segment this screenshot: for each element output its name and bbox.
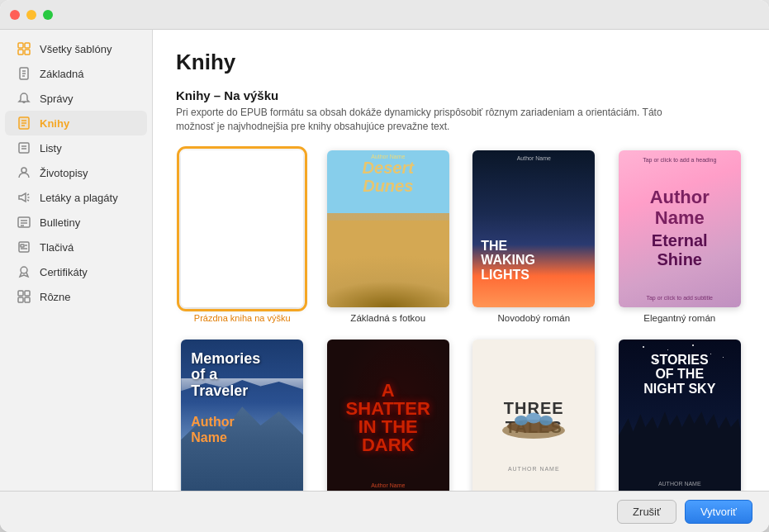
svg-rect-12 xyxy=(19,143,29,153)
sidebar-item-zivotopisy[interactable]: Životopisy xyxy=(5,160,147,185)
template-label-waking: Novodobý román xyxy=(497,313,570,323)
titlebar xyxy=(0,0,769,30)
sidebar-label-certifikaty: Certifikáty xyxy=(40,266,88,278)
doc-icon xyxy=(17,66,31,81)
cover-memoir: Memoriesof aTraveler AuthorName xyxy=(181,340,303,491)
eternal-sub-text: Tap or click to add a heading xyxy=(638,157,721,163)
svg-point-36 xyxy=(539,416,553,425)
sidebar-item-bulletiny[interactable]: Bulletiny xyxy=(5,210,147,235)
sidebar-label-tlaciva: Tlačivá xyxy=(40,241,74,254)
bell-icon xyxy=(17,91,31,106)
sidebar-item-letaky[interactable]: Letáky a plagáty xyxy=(5,185,147,210)
eternal-author-text: AuthorName xyxy=(650,188,710,227)
list-icon xyxy=(17,140,31,155)
svg-rect-24 xyxy=(21,245,24,247)
template-label-blank: Prázdna kniha na výšku xyxy=(194,313,291,323)
desert-title-text: DesertDunes xyxy=(327,159,449,195)
sidebar-label-rozne: Rôzne xyxy=(40,291,71,303)
svg-point-35 xyxy=(526,412,541,423)
sidebar-label-zivotopisy: Životopisy xyxy=(40,167,88,179)
memoir-author-text: AuthorName xyxy=(191,414,234,445)
maximize-button[interactable] xyxy=(43,10,53,20)
svg-rect-2 xyxy=(18,50,23,55)
page-title: Knihy xyxy=(176,50,746,75)
cover-waking-lights: Author Name THEWAKINGLIGHTS xyxy=(472,150,595,307)
close-button[interactable] xyxy=(10,10,20,20)
three-author-text: AUTHOR NAME xyxy=(508,466,560,472)
section-title: Knihy – Na výšku xyxy=(176,88,746,102)
template-memoir[interactable]: Memoriesof aTraveler AuthorName Autobiog… xyxy=(176,340,309,491)
shatter-title-text: ASHATTERIN THEDARK xyxy=(346,382,430,454)
template-shatter[interactable]: ASHATTERIN THEDARK Author Name Multižánr… xyxy=(322,340,455,491)
template-eternal[interactable]: Tap or click to add a heading AuthorName… xyxy=(614,150,747,323)
svg-rect-0 xyxy=(18,43,23,48)
sidebar: Všetky šablóny Základná xyxy=(0,30,153,491)
sidebar-label-letaky: Letáky a plagáty xyxy=(40,192,118,204)
sidebar-item-spravy[interactable]: Správy xyxy=(5,86,147,111)
template-label-desert: Základná s fotkou xyxy=(350,313,425,323)
template-label-eternal: Elegantný román xyxy=(643,313,715,323)
templates-grid: Prázdna kniha na výšku Author Name Deser… xyxy=(176,150,746,491)
sidebar-item-certifikaty[interactable]: Certifikáty xyxy=(5,259,147,284)
svg-point-15 xyxy=(21,168,26,173)
app-window: Všetky šablóny Základná xyxy=(0,0,769,532)
template-waking[interactable]: Author Name THEWAKINGLIGHTS Novodobý rom… xyxy=(468,150,600,323)
sidebar-label-vsetky: Všetky šablóny xyxy=(40,43,112,55)
cover-shatter-dark: ASHATTERIN THEDARK Author Name xyxy=(327,340,449,491)
stories-title-text: STORIESOF THENIGHT SKY xyxy=(619,353,741,397)
svg-point-27 xyxy=(21,267,27,273)
cover-desert-dunes: Author Name DesertDunes xyxy=(327,150,449,307)
sidebar-item-rozne[interactable]: Rôzne xyxy=(5,284,147,309)
megaphone-icon xyxy=(17,190,31,205)
sidebar-item-vsetky[interactable]: Všetky šablóny xyxy=(5,36,147,61)
svg-line-18 xyxy=(27,200,29,201)
newsletter-icon xyxy=(17,215,31,230)
shatter-author-text: Author Name xyxy=(327,482,449,488)
waking-title-text: THEWAKINGLIGHTS xyxy=(481,239,535,283)
grid-icon xyxy=(17,41,31,56)
template-stories[interactable]: STORIESOF THENIGHT SKY AUTHOR NAME Moder… xyxy=(614,340,747,491)
cover-blank xyxy=(181,150,303,307)
eternal-bottom-text: Tap or click to add subtitle xyxy=(646,295,713,301)
form-icon xyxy=(17,240,31,254)
svg-rect-31 xyxy=(25,297,30,302)
template-desert[interactable]: Author Name DesertDunes Základná s fotko… xyxy=(322,150,455,323)
book-icon xyxy=(17,116,31,131)
waking-author-text: Author Name xyxy=(472,155,595,161)
svg-line-16 xyxy=(27,194,29,195)
cover-stories-night: STORIESOF THENIGHT SKY AUTHOR NAME xyxy=(619,340,741,491)
sidebar-label-zakladna: Základná xyxy=(40,68,83,80)
sidebar-item-zakladna[interactable]: Základná xyxy=(5,61,147,86)
cancel-button[interactable]: Zrušiť xyxy=(617,500,676,524)
sidebar-item-listy[interactable]: Listy xyxy=(5,135,147,160)
svg-rect-3 xyxy=(25,50,30,55)
minimize-button[interactable] xyxy=(26,10,36,20)
sidebar-label-listy: Listy xyxy=(40,142,62,154)
template-blank[interactable]: Prázdna kniha na výšku xyxy=(176,150,309,323)
grid2-icon xyxy=(17,289,31,304)
cover-eternal-shine: Tap or click to add a heading AuthorName… xyxy=(619,150,741,307)
sidebar-item-tlaciva[interactable]: Tlačivá xyxy=(5,235,147,259)
main-layout: Všetky šablóny Základná xyxy=(0,30,769,491)
svg-rect-30 xyxy=(18,297,23,302)
svg-rect-28 xyxy=(18,291,23,296)
eternal-title-text: EternalShine xyxy=(652,231,708,269)
sidebar-label-knihy: Knihy xyxy=(40,117,69,130)
cover-three-tales: THREE TALES AUTHOR NAME xyxy=(472,340,595,491)
ribbon-icon xyxy=(17,264,31,279)
memoir-title-text: Memoriesof aTraveler xyxy=(191,351,260,400)
svg-rect-29 xyxy=(25,291,30,296)
create-button[interactable]: Vytvoriť xyxy=(685,500,752,524)
footer: Zrušiť Vytvoriť xyxy=(0,491,769,532)
sidebar-label-spravy: Správy xyxy=(40,93,73,105)
stories-author-text: AUTHOR NAME xyxy=(619,481,741,487)
person-icon xyxy=(17,165,31,180)
svg-point-34 xyxy=(515,416,528,425)
svg-rect-1 xyxy=(25,43,30,48)
sidebar-label-bulletiny: Bulletiny xyxy=(40,216,80,229)
sidebar-item-knihy[interactable]: Knihy xyxy=(5,111,147,135)
section-desc: Pri exporte do EPUB formátu sa obsah dok… xyxy=(176,106,688,134)
template-three[interactable]: THREE TALES AUTHOR NAME xyxy=(468,340,600,491)
content-area: Knihy Knihy – Na výšku Pri exporte do EP… xyxy=(153,30,769,491)
